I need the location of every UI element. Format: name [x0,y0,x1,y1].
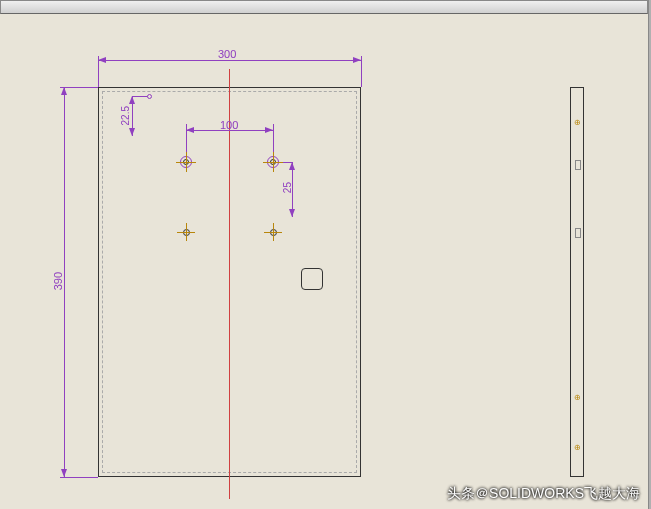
vertical-centerline [229,69,230,499]
side-view-plate: ⊕ ⊕ ⊕ [570,87,584,477]
dim-100-text: 100 [220,119,238,131]
side-slot [575,160,581,170]
side-hole-mark: ⊕ [574,443,581,452]
dim-height-text: 390 [52,272,64,290]
hole-centermark [273,152,274,172]
dim-ext-line [60,477,98,478]
side-slot [575,228,581,238]
hole-top-small [147,94,152,99]
dim-arrow [289,209,295,217]
drawing-canvas[interactable]: 300 390 22.5 100 25 [0,14,648,509]
dim-arrow [129,128,135,136]
dim-width-line [98,60,361,61]
watermark-text: 头条＠SOLIDWORKS飞越大海 [447,485,640,503]
hole-centermark [186,223,187,241]
dim-arrow [289,162,295,170]
dim-arrow [186,127,194,133]
dim-width-text: 300 [218,48,236,60]
dim-arrow [353,57,361,63]
side-hole-mark: ⊕ [574,393,581,402]
dim-ext-line [361,56,362,87]
dim-arrow [129,96,135,104]
dim-arrow [98,57,106,63]
hole-centermark [273,223,274,241]
window-titlebar [0,0,648,14]
side-hole-mark: ⊕ [574,118,581,127]
dim-arrow [265,127,273,133]
dim-arrow [61,469,67,477]
dim-22p5-text: 22.5 [120,106,131,125]
dim-25-text: 25 [282,182,293,193]
hole-centermark [186,152,187,172]
dim-arrow [61,87,67,95]
rounded-square-cutout [301,268,323,290]
dim-height-line [64,87,65,477]
